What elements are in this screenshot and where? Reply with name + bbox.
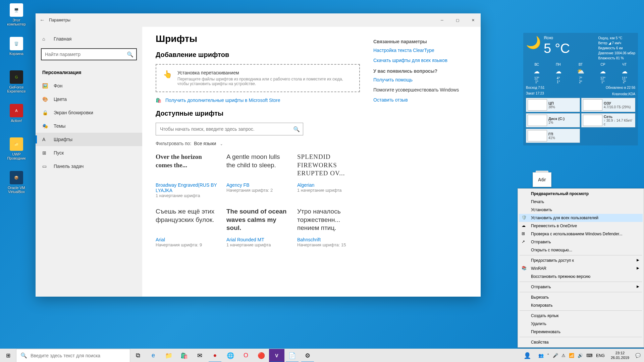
ctx-item[interactable]: Создать ярлык xyxy=(519,312,643,320)
ctx-item[interactable]: 📚WinRAR▶ xyxy=(519,264,643,273)
start-button[interactable]: ⊞ xyxy=(0,349,16,362)
settings-window: ← Параметры ─ ▢ ✕ ⌂Главная 🔍 Персонализа… xyxy=(36,13,481,297)
font-meta: Начертания шрифта: 2 xyxy=(226,188,289,193)
store-link-row[interactable]: 🛍️ Получить дополнительные шрифты в Micr… xyxy=(156,98,360,103)
close-button[interactable]: ✕ xyxy=(465,13,481,27)
font-file-icon[interactable]: Абг xyxy=(533,172,551,187)
ctx-item[interactable]: Установить xyxy=(519,206,643,214)
clock-date: 26.01.2019 xyxy=(611,356,629,360)
stat-ГП[interactable]: ГП41% xyxy=(526,129,580,143)
ctx-item[interactable]: ⊞Проверка с использованием Windows Defen… xyxy=(519,230,643,238)
nav-item-пуск[interactable]: ⊞Пуск xyxy=(36,146,142,160)
taskbar-search[interactable]: 🔍 xyxy=(16,349,130,362)
minimize-button[interactable]: ─ xyxy=(434,13,450,27)
link-download-fonts[interactable]: Скачать шрифты для всех языков xyxy=(373,58,467,63)
font-name-link[interactable]: Agency FB xyxy=(226,182,289,188)
weather-condition: Ясно xyxy=(544,36,570,40)
taskbar-chrome[interactable]: 🔴 xyxy=(254,349,269,362)
ctx-item[interactable]: Печать xyxy=(519,198,643,206)
settings-search-input[interactable] xyxy=(41,48,137,60)
font-name-link[interactable]: Broadway Engraved(RUS BY LYAJKA xyxy=(156,182,218,193)
desktop-icon-virtualbox[interactable]: 📦Oracle VM VirtualBox xyxy=(4,171,29,194)
ctx-item[interactable]: ☁Переместить в OneDrive xyxy=(519,222,643,230)
nav-item-шрифты[interactable]: AШрифты xyxy=(36,133,142,146)
drop-subtitle: Перетащите файлы шрифтов из проводника и… xyxy=(177,77,353,86)
taskbar-edge[interactable]: e xyxy=(146,349,161,362)
ctx-item[interactable]: ↗Отправить xyxy=(519,238,643,246)
notifications-icon[interactable]: 💬 xyxy=(635,353,641,358)
stat-Сеть[interactable]: Сеть↑ 30.9 ↓ 14.7 Кбит/с xyxy=(581,113,635,127)
window-title: Параметры xyxy=(49,18,70,22)
stat-Диск (C:)[interactable]: Диск (C:)1% xyxy=(526,113,580,127)
ctx-label: Проверка с использованием Windows Defend… xyxy=(531,232,623,236)
font-name-link[interactable]: Arial Rounded MT xyxy=(226,237,289,242)
ctx-item[interactable]: Свойства xyxy=(519,338,643,346)
font-drop-zone[interactable]: 👆 Установка перетаскиванием Перетащите ф… xyxy=(156,64,360,92)
stat-ОЗУ[interactable]: ОЗУ4.7/16.0 ГБ (29%) xyxy=(581,98,635,112)
ctx-item[interactable]: Отправить▶ xyxy=(519,283,643,291)
taskbar-settings[interactable]: ⚙ xyxy=(300,349,315,362)
taskbar-app1[interactable]: 🌐 xyxy=(223,349,238,362)
store-link[interactable]: Получить дополнительные шрифты в Microso… xyxy=(165,98,280,103)
network-icon[interactable]: 📶 xyxy=(569,353,574,358)
font-card[interactable]: SPLENDID FIREWORKS ERUPTED OV...Algerian… xyxy=(297,153,360,198)
font-card[interactable]: Over the horizon comes the...Broadway En… xyxy=(156,153,218,198)
keyboard-icon[interactable]: ⌨ xyxy=(586,353,593,358)
volume-icon[interactable]: 🔊 xyxy=(578,353,583,358)
font-name-link[interactable]: Algerian xyxy=(297,182,360,188)
nav-item-панель задач[interactable]: ▭Панель задач xyxy=(36,160,142,173)
font-name-link[interactable]: Arial xyxy=(156,237,218,242)
taskbar-explorer[interactable]: 📁 xyxy=(161,349,176,362)
ctx-item[interactable]: Удалить xyxy=(519,320,643,328)
nav-home[interactable]: ⌂Главная xyxy=(36,32,142,46)
ctx-item[interactable]: 🛡️Установить для всех пользователей xyxy=(519,214,643,222)
desktop-icon-action[interactable]: AAction! xyxy=(4,104,29,123)
titlebar[interactable]: ← Параметры ─ ▢ ✕ xyxy=(36,13,481,27)
link-cleartype[interactable]: Настройка текста ClearType xyxy=(373,48,467,53)
nav-item-цвета[interactable]: 🎨Цвета xyxy=(36,93,142,106)
ctx-item[interactable]: Переименовать xyxy=(519,328,643,336)
task-view-button[interactable]: ⧉ xyxy=(130,349,146,362)
language-indicator[interactable]: ENG xyxy=(596,353,605,358)
nav-item-фон[interactable]: 🖼️Фон xyxy=(36,79,142,93)
weather-widget[interactable]: 🌙 Ясно 5 °C Ощущ. как 5 °CВетер ◢ 7 км/ч… xyxy=(523,33,638,145)
ctx-item[interactable]: Восстановить прежнюю версию xyxy=(519,273,643,281)
desktop-icon-uwp-explorer[interactable]: 📁UWP Проводник xyxy=(4,137,29,160)
desktop-icon-computer[interactable]: 🖥️Этот компьютер xyxy=(4,3,29,26)
taskbar-opera[interactable]: O xyxy=(238,349,254,362)
font-card[interactable]: Съешь же ещё этих французских булок.Aria… xyxy=(156,207,218,247)
stat-ЦП[interactable]: ЦП38% xyxy=(526,98,580,112)
taskbar-notepad[interactable]: 📄 xyxy=(284,349,300,362)
back-button[interactable]: ← xyxy=(36,17,49,23)
font-search-input[interactable] xyxy=(156,123,303,135)
font-card[interactable]: A gentle moon lulls the child to sleep.A… xyxy=(226,153,289,198)
taskbar-clock[interactable]: 23:12 26.01.2019 xyxy=(608,351,632,360)
link-feedback[interactable]: Оставить отзыв xyxy=(373,97,467,103)
nav-item-экран блокировки[interactable]: 🔒Экран блокировки xyxy=(36,106,142,119)
desktop-icon-geforce[interactable]: GGeForce Experience xyxy=(4,70,29,93)
font-name-link[interactable]: Bahnschrift xyxy=(297,237,360,242)
ctx-item[interactable]: Предварительный просмотр xyxy=(519,190,643,198)
filter-row[interactable]: Фильтровать по: Все языки ⌄ xyxy=(156,141,360,146)
nav-item-темы[interactable]: 🎭Темы xyxy=(36,119,142,133)
taskbar-action[interactable]: ● xyxy=(207,349,223,362)
taskbar-search-input[interactable] xyxy=(31,353,126,358)
ctx-item[interactable]: Открыть с помощью... xyxy=(519,246,643,254)
ctx-item[interactable]: Вырезать xyxy=(519,293,643,301)
microphone-icon[interactable]: 🎤 xyxy=(553,353,558,358)
link-help[interactable]: Получить помощь xyxy=(373,77,467,82)
ctx-item[interactable]: Предоставить доступ к▶ xyxy=(519,256,643,264)
font-card[interactable]: The sound of ocean waves calms my soul.A… xyxy=(226,207,289,247)
maximize-button[interactable]: ▢ xyxy=(450,13,465,27)
taskbar-visual[interactable]: V xyxy=(269,349,284,362)
tray-chevron-up-icon[interactable]: ˄ xyxy=(547,353,549,358)
desktop-icon-recycle-bin[interactable]: 🗑️Корзина xyxy=(4,37,29,56)
tray-avatar[interactable]: 👤 xyxy=(520,349,535,362)
taskbar-store[interactable]: 🛍️ xyxy=(176,349,192,362)
font-card[interactable]: Утро началось торжественн... пением птиц… xyxy=(297,207,360,247)
sunset-label: Закат xyxy=(526,92,535,95)
taskbar-mail[interactable]: ✉ xyxy=(192,349,207,362)
ctx-item[interactable]: Копировать xyxy=(519,301,643,309)
warning-icon[interactable]: ⚠ xyxy=(561,353,566,358)
people-icon[interactable]: 👥 xyxy=(538,353,544,358)
